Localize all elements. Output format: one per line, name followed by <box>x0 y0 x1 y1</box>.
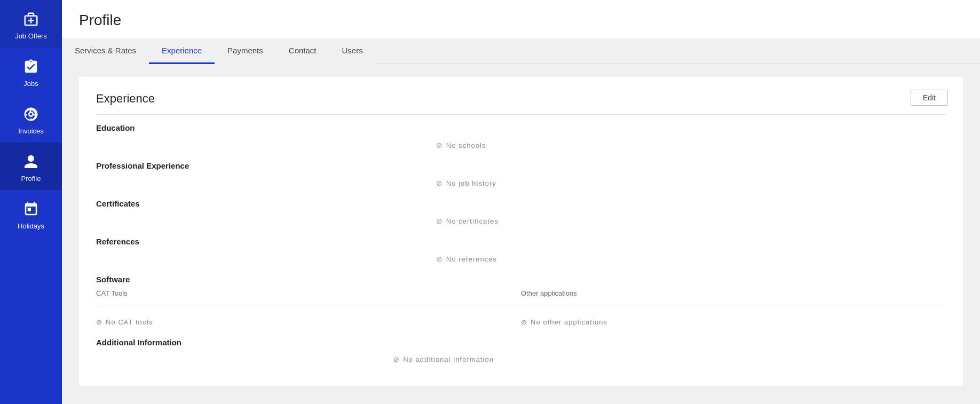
other-apps-header: Other applications <box>521 289 946 297</box>
sidebar-item-holidays[interactable]: Holidays <box>0 190 62 237</box>
other-apps-divider <box>521 306 946 306</box>
tab-payments[interactable]: Payments <box>215 38 276 64</box>
tab-services-rates[interactable]: Services & Rates <box>62 38 149 64</box>
cat-tools-empty: ⊘ No CAT tools <box>96 315 521 329</box>
additional-section: Additional Information ⊘ No additional i… <box>96 338 946 367</box>
sidebar: Job Offers Jobs Invoices Profile <box>0 0 62 404</box>
sidebar-label-invoices: Invoices <box>18 127 44 135</box>
software-row: CAT Tools ⊘ No CAT tools Other applicati… <box>96 289 946 329</box>
title-divider <box>96 114 946 115</box>
certificates-empty-text: No certificates <box>446 217 499 225</box>
education-empty-text: No schools <box>446 141 486 149</box>
sidebar-item-profile[interactable]: Profile <box>0 142 62 190</box>
tab-users[interactable]: Users <box>329 38 376 64</box>
education-title: Education <box>96 123 946 132</box>
experience-title: Experience <box>96 92 946 106</box>
other-apps-empty-text: No other applications <box>531 318 607 326</box>
sidebar-label-job-offers: Job Offers <box>15 32 47 40</box>
tabs-bar: Services & Rates Experience Payments Con… <box>62 38 980 64</box>
references-title: References <box>96 237 946 246</box>
sidebar-item-job-offers[interactable]: Job Offers <box>0 0 62 47</box>
cat-tools-divider <box>96 306 521 306</box>
ban-icon-certificates: ⊘ <box>436 217 443 225</box>
experience-card: Experience Edit Education ⊘ No schools P… <box>79 77 963 386</box>
other-apps-col: Other applications ⊘ No other applicatio… <box>521 289 946 329</box>
sidebar-label-jobs: Jobs <box>23 80 38 88</box>
professional-experience-empty-text: No job history <box>446 179 496 187</box>
cat-tools-col: CAT Tools ⊘ No CAT tools <box>96 289 521 329</box>
references-section: References ⊘ No references <box>96 237 946 266</box>
sidebar-label-profile: Profile <box>21 175 41 183</box>
edit-button[interactable]: Edit <box>911 90 948 106</box>
professional-experience-title: Professional Experience <box>96 161 946 170</box>
ban-icon-other: ⊘ <box>521 318 527 326</box>
ban-icon-professional: ⊘ <box>436 179 443 187</box>
education-empty: ⊘ No schools <box>96 138 946 153</box>
clipboard-check-icon <box>21 57 41 76</box>
certificates-section: Certificates ⊘ No certificates <box>96 199 946 228</box>
software-title: Software <box>96 275 946 284</box>
references-empty: ⊘ No references <box>96 251 946 266</box>
software-section: Software CAT Tools ⊘ No CAT tools Other … <box>96 275 946 329</box>
references-empty-text: No references <box>446 255 497 263</box>
ban-icon-education: ⊘ <box>436 141 443 149</box>
content-area: Experience Edit Education ⊘ No schools P… <box>62 64 980 404</box>
dollar-circle-icon <box>21 105 41 124</box>
ban-icon-cat: ⊘ <box>96 318 102 326</box>
user-icon <box>21 152 41 171</box>
sidebar-item-invoices[interactable]: Invoices <box>0 95 62 142</box>
additional-empty-text: No additional information <box>403 355 494 363</box>
sidebar-item-jobs[interactable]: Jobs <box>0 47 62 95</box>
ban-icon-additional: ⊘ <box>393 355 400 363</box>
cat-tools-header: CAT Tools <box>96 289 521 297</box>
additional-title: Additional Information <box>96 338 946 347</box>
professional-experience-section: Professional Experience ⊘ No job history <box>96 161 946 191</box>
certificates-empty: ⊘ No certificates <box>96 213 946 228</box>
other-apps-empty: ⊘ No other applications <box>521 315 946 329</box>
page-header: Profile <box>62 0 980 38</box>
tab-contact[interactable]: Contact <box>276 38 329 64</box>
main-content: Profile Services & Rates Experience Paym… <box>62 0 980 404</box>
cat-tools-empty-text: No CAT tools <box>106 318 153 326</box>
education-section: Education ⊘ No schools <box>96 123 946 153</box>
sidebar-label-holidays: Holidays <box>18 222 44 230</box>
professional-experience-empty: ⊘ No job history <box>96 176 946 191</box>
additional-empty: ⊘ No additional information <box>96 352 946 367</box>
page-title: Profile <box>79 12 963 29</box>
briefcase-plus-icon <box>21 10 41 29</box>
tab-experience[interactable]: Experience <box>149 38 215 64</box>
calendar-icon <box>21 200 41 219</box>
ban-icon-references: ⊘ <box>436 255 443 263</box>
certificates-title: Certificates <box>96 199 946 208</box>
